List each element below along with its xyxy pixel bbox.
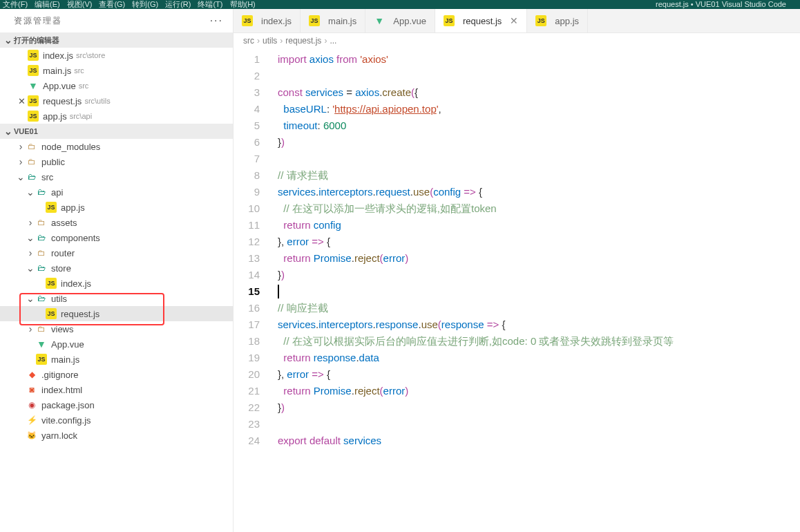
menu-item[interactable]: 编辑(E) (35, 0, 60, 10)
editor-tab[interactable]: JSindex.js (234, 9, 301, 32)
editor-tab[interactable]: JSmain.js (301, 9, 365, 32)
close-icon[interactable]: ✕ (510, 15, 518, 26)
tree-label: utils (51, 294, 67, 304)
tree-file[interactable]: ▼App.vue (0, 336, 233, 352)
chevron-right-icon: › (25, 323, 36, 334)
open-editor-item[interactable]: JSindex.jssrc\store (0, 48, 233, 63)
tree-file[interactable]: ⚡vite.config.js (0, 412, 233, 428)
menu-item[interactable]: 查看(G) (99, 0, 125, 10)
chevron-down-icon: ⌄ (25, 293, 36, 304)
explorer-title: 资源管理器 (14, 15, 62, 27)
tree-folder[interactable]: ›🗀assets (0, 215, 233, 230)
folder-icon: 🗀 (36, 247, 47, 258)
breadcrumb-item[interactable]: ... (330, 36, 336, 46)
open-editor-item[interactable]: ✕JSrequest.jssrc\utils (0, 93, 233, 108)
yarn-icon: 🐱 (26, 430, 37, 441)
breadcrumb-item[interactable]: utils (263, 36, 277, 46)
folder-icon: 🗁 (26, 171, 37, 182)
tree-folder[interactable]: ›🗀views (0, 321, 233, 336)
vite-icon: ⚡ (26, 415, 37, 426)
tree-label: api (51, 187, 63, 198)
js-icon: JS (36, 354, 47, 365)
tree-file[interactable]: ◉package.json (0, 397, 233, 412)
editor-tab[interactable]: JSapp.js (527, 9, 588, 32)
js-icon: JS (535, 15, 546, 26)
tree-file[interactable]: ◙index.html (0, 382, 233, 397)
js-icon: JS (309, 15, 320, 26)
editor-tab[interactable]: ▼App.vue (365, 9, 435, 32)
folder-icon: 🗁 (36, 293, 47, 304)
tree-file[interactable]: ◆.gitignore (0, 367, 233, 382)
js-icon: JS (444, 15, 455, 26)
file-label: App.vue (43, 81, 76, 91)
folder-icon: 🗁 (36, 263, 47, 274)
tree-label: App.vue (51, 339, 84, 350)
js-icon: JS (28, 111, 39, 122)
project-header[interactable]: ⌄ VUE01 (0, 124, 233, 139)
open-editor-item[interactable]: ▼App.vuesrc (0, 78, 233, 93)
menu-item[interactable]: 文件(F) (3, 0, 28, 10)
js-icon: JS (242, 15, 253, 26)
breadcrumb-separator: › (257, 36, 260, 46)
menu-item[interactable]: 终端(T) (198, 0, 222, 10)
tree-label: node_modules (41, 142, 100, 152)
tree-label: public (41, 157, 65, 167)
file-hint: src\api (70, 112, 92, 120)
menu-item[interactable]: 转到(G) (132, 0, 158, 10)
tree-label: views (51, 324, 74, 334)
menu-item[interactable]: 运行(R) (165, 0, 191, 10)
folder-icon: 🗁 (36, 232, 47, 243)
open-editors-header[interactable]: ⌄ 打开的编辑器 (0, 32, 233, 48)
file-hint: src\utils (84, 97, 110, 105)
chevron-right-icon: › (25, 217, 36, 228)
chevron-down-icon: ⌄ (15, 171, 26, 182)
tree-label: .gitignore (41, 370, 78, 380)
open-editor-item[interactable]: JSmain.jssrc (0, 63, 233, 78)
tree-file[interactable]: JSapp.js (0, 200, 233, 215)
more-icon[interactable]: ··· (210, 15, 223, 27)
file-label: main.js (43, 66, 71, 76)
tree-folder[interactable]: ›🗀node_modules (0, 139, 233, 154)
tab-label: app.js (555, 16, 579, 26)
editor-tabs: JSindex.jsJSmain.js▼App.vueJSrequest.js✕… (234, 9, 800, 33)
chevron-right-icon: › (15, 156, 26, 167)
tree-label: src (41, 172, 53, 182)
chevron-down-icon: ⌄ (25, 232, 36, 243)
tree-label: request.js (61, 309, 99, 319)
tree-folder[interactable]: ⌄🗁api (0, 184, 233, 200)
tree-folder[interactable]: ⌄🗁store (0, 260, 233, 276)
menu-item[interactable]: 帮助(H) (230, 0, 256, 10)
editor-tab[interactable]: JSrequest.js✕ (435, 9, 527, 32)
js-icon: JS (28, 65, 39, 76)
tree-label: components (51, 233, 100, 243)
js-icon: JS (46, 278, 57, 289)
close-icon[interactable]: ✕ (15, 96, 28, 106)
html-icon: ◙ (26, 384, 37, 395)
breadcrumb[interactable]: src›utils›request.js›... (234, 33, 800, 48)
breadcrumb-item[interactable]: src (243, 36, 254, 46)
breadcrumb-item[interactable]: request.js (285, 36, 321, 46)
tab-label: main.js (328, 16, 356, 26)
tab-label: request.js (463, 16, 502, 26)
tree-folder[interactable]: ⌄🗁components (0, 230, 233, 245)
tree-file[interactable]: JSindex.js (0, 276, 233, 291)
file-hint: src (79, 82, 89, 90)
menu-item[interactable]: 视图(V) (67, 0, 93, 10)
tree-file[interactable]: 🐱yarn.lock (0, 428, 233, 443)
tree-label: index.js (61, 278, 91, 289)
folder-icon: 🗀 (26, 141, 37, 152)
tree-folder[interactable]: ⌄🗁utils (0, 291, 233, 306)
chevron-down-icon: ⌄ (25, 187, 36, 198)
tree-label: index.html (41, 385, 82, 395)
open-editor-item[interactable]: JSapp.jssrc\api (0, 108, 233, 124)
tree-file[interactable]: JSmain.js (0, 352, 233, 367)
tree-folder[interactable]: ›🗀public (0, 154, 233, 169)
code-editor[interactable]: import axios from 'axios'const services … (272, 48, 674, 449)
tree-label: package.json (41, 400, 95, 410)
tree-file[interactable]: JSrequest.js (0, 306, 233, 321)
tree-label: yarn.lock (41, 430, 77, 441)
explorer-sidebar: 资源管理器 ··· ⌄ 打开的编辑器 JSindex.jssrc\storeJS… (0, 9, 234, 532)
menubar[interactable]: 文件(F)编辑(E)视图(V)查看(G)转到(G)运行(R)终端(T)帮助(H)… (0, 0, 800, 9)
tree-folder[interactable]: ›🗀router (0, 245, 233, 260)
tree-folder[interactable]: ⌄🗁src (0, 169, 233, 184)
